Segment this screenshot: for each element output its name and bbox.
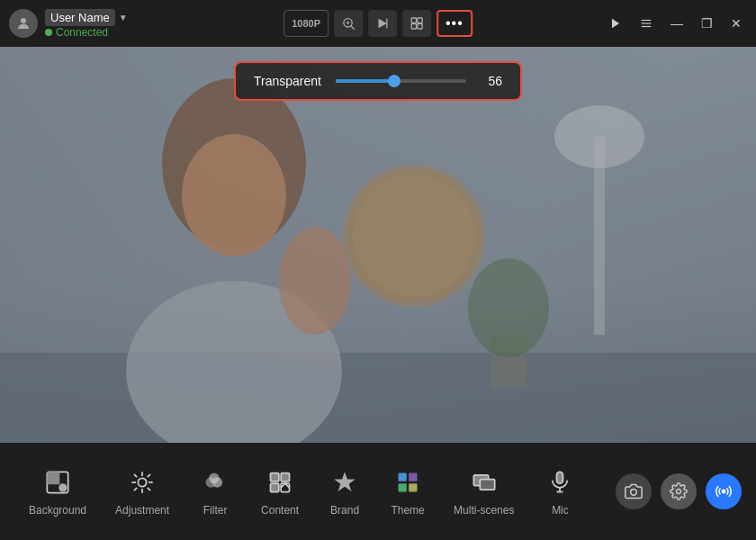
broadcast-button[interactable] bbox=[706, 473, 742, 509]
brand-icon bbox=[328, 466, 361, 499]
mic-label: Mic bbox=[552, 504, 569, 517]
svg-rect-7 bbox=[411, 18, 416, 22]
multi-scenes-icon bbox=[468, 466, 500, 499]
svg-marker-5 bbox=[378, 19, 386, 29]
tool-background[interactable]: Background bbox=[14, 459, 101, 524]
svg-line-2 bbox=[351, 26, 355, 30]
tool-mic[interactable]: Mic bbox=[528, 459, 591, 524]
adjustment-label: Adjustment bbox=[115, 504, 169, 517]
connected-dot-icon bbox=[45, 29, 52, 36]
svg-rect-28 bbox=[0, 47, 756, 443]
tool-theme[interactable]: Theme bbox=[376, 459, 439, 524]
svg-rect-45 bbox=[281, 473, 289, 482]
slider-fill bbox=[336, 79, 394, 83]
svg-line-40 bbox=[148, 474, 150, 477]
filter-label: Filter bbox=[203, 504, 228, 517]
video-background bbox=[0, 47, 756, 443]
svg-rect-47 bbox=[281, 483, 289, 491]
user-name-row: User Name ▼ bbox=[45, 9, 128, 26]
background-label: Background bbox=[29, 504, 86, 517]
svg-point-43 bbox=[209, 473, 220, 484]
connected-label: Connected bbox=[56, 26, 108, 39]
titlebar: User Name ▼ Connected 1080P bbox=[0, 0, 756, 47]
layout-button[interactable] bbox=[402, 10, 431, 37]
transparent-panel: Transparent 56 bbox=[234, 61, 522, 101]
zoom-button[interactable] bbox=[334, 10, 363, 37]
bottom-tools-list: Background Adjustment bbox=[14, 459, 616, 524]
titlebar-left: User Name ▼ Connected bbox=[9, 9, 128, 39]
svg-rect-46 bbox=[271, 483, 279, 491]
multi-scenes-label: Multi-scenes bbox=[454, 504, 514, 517]
resolution-button[interactable]: 1080P bbox=[284, 10, 328, 37]
bottom-toolbar: Background Adjustment bbox=[0, 443, 756, 540]
svg-rect-50 bbox=[399, 483, 407, 491]
tool-adjustment[interactable]: Adjustment bbox=[101, 459, 184, 524]
theme-label: Theme bbox=[391, 504, 424, 517]
tool-multi-scenes[interactable]: Multi-scenes bbox=[439, 459, 528, 524]
titlebar-right-controls: — ❐ ✕ bbox=[604, 13, 747, 34]
titlebar-center-toolbar: 1080P ••• bbox=[284, 10, 472, 37]
svg-rect-8 bbox=[418, 18, 422, 22]
transparency-slider[interactable] bbox=[336, 79, 466, 83]
svg-line-39 bbox=[134, 488, 137, 490]
restore-button[interactable]: ❐ bbox=[696, 13, 718, 34]
background-icon bbox=[41, 466, 74, 499]
content-label: Content bbox=[261, 504, 299, 517]
more-options-button[interactable]: ••• bbox=[436, 10, 472, 37]
svg-line-35 bbox=[134, 474, 137, 477]
svg-rect-51 bbox=[409, 483, 417, 491]
svg-marker-11 bbox=[612, 19, 619, 29]
minimize-button[interactable]: — bbox=[665, 13, 688, 34]
svg-rect-9 bbox=[411, 24, 416, 29]
tool-brand[interactable]: Brand bbox=[313, 459, 376, 524]
tool-content[interactable]: Content bbox=[247, 459, 313, 524]
svg-point-59 bbox=[722, 490, 724, 492]
svg-rect-30 bbox=[47, 472, 59, 484]
dropdown-arrow-icon[interactable]: ▼ bbox=[119, 13, 128, 22]
svg-rect-49 bbox=[409, 473, 417, 482]
avatar bbox=[9, 9, 38, 38]
transparency-value: 56 bbox=[481, 74, 502, 88]
tool-filter[interactable]: Filter bbox=[184, 459, 247, 524]
video-scene-svg bbox=[0, 47, 756, 443]
brand-label: Brand bbox=[330, 504, 359, 517]
filter-icon bbox=[199, 466, 231, 499]
close-button[interactable]: ✕ bbox=[725, 13, 747, 34]
connection-status: Connected bbox=[45, 26, 128, 39]
user-info: User Name ▼ Connected bbox=[45, 9, 128, 39]
settings-button[interactable] bbox=[661, 473, 697, 509]
mic-icon bbox=[544, 466, 576, 499]
camera-capture-button[interactable] bbox=[616, 473, 652, 509]
user-name: User Name bbox=[45, 9, 115, 26]
skip-button[interactable] bbox=[368, 10, 397, 37]
slider-thumb[interactable] bbox=[388, 75, 400, 87]
svg-point-57 bbox=[631, 490, 637, 496]
svg-rect-54 bbox=[557, 472, 563, 483]
bottom-right-controls bbox=[616, 473, 742, 509]
adjustment-icon bbox=[126, 466, 158, 499]
svg-point-31 bbox=[58, 483, 67, 491]
svg-point-32 bbox=[138, 478, 146, 486]
play-button[interactable] bbox=[604, 14, 627, 33]
svg-rect-48 bbox=[399, 473, 407, 482]
svg-point-0 bbox=[21, 18, 26, 23]
svg-rect-53 bbox=[480, 480, 494, 490]
svg-line-36 bbox=[148, 488, 150, 490]
content-icon bbox=[264, 466, 296, 499]
menu-button[interactable] bbox=[634, 14, 658, 33]
transparent-label: Transparent bbox=[254, 74, 321, 88]
theme-icon bbox=[392, 466, 424, 499]
svg-point-58 bbox=[677, 490, 681, 494]
video-area: Transparent 56 bbox=[0, 47, 756, 443]
svg-rect-10 bbox=[418, 24, 422, 29]
svg-rect-44 bbox=[271, 473, 279, 482]
